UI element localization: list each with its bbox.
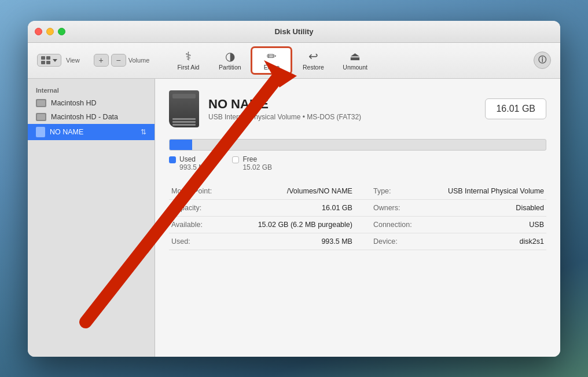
maximize-button[interactable] (58, 28, 65, 35)
first-aid-button[interactable]: ⚕ First Aid (168, 47, 208, 74)
free-legend-value: 15.02 GB (242, 163, 272, 171)
toolbar-right: ⓘ (534, 52, 551, 69)
mount-point-label: Mount Point: (169, 183, 238, 200)
table-row: Used: 993.5 MB Device: disk2s1 (169, 233, 546, 250)
partition-icon: ◑ (225, 50, 235, 62)
type-label: Type: (366, 183, 430, 200)
device-size-badge: 16.01 GB (485, 98, 546, 119)
device-subtitle: USB Internal Physical Volume • MS-DOS (F… (208, 113, 476, 121)
device-info: NO NAME USB Internal Physical Volume • M… (208, 97, 476, 121)
usage-legend: Used 993.5 MB Free 15.02 GB (169, 155, 546, 171)
usb-drive-icon (36, 127, 45, 137)
owners-label: Owners: (366, 199, 430, 216)
disk-icon (36, 99, 46, 107)
restore-label: Restore (303, 64, 324, 71)
erase-icon: ✏ (267, 50, 277, 62)
connection-value: USB (430, 216, 546, 233)
erase-button[interactable]: ✏ Erase (251, 47, 292, 74)
connection-label: Connection: (366, 216, 430, 233)
usage-bar-fill (170, 140, 192, 150)
traffic-lights (35, 28, 65, 35)
sidebar-item-label: Macintosh HD - Data (51, 113, 118, 121)
used-detail-value: 993.5 MB (238, 233, 366, 250)
usage-bar-track (169, 139, 546, 151)
used-legend-value: 993.5 MB (179, 163, 209, 171)
device-value: disk2s1 (430, 233, 546, 250)
view-control[interactable] (37, 54, 61, 67)
sidebar-item-label: NO NAME (50, 128, 83, 136)
first-aid-label: First Aid (177, 64, 199, 71)
device-name: NO NAME (208, 97, 476, 112)
free-legend-label: Free (242, 155, 272, 163)
sidebar-section-internal: Internal (28, 85, 155, 96)
partition-button[interactable]: ◑ Partition (210, 47, 250, 74)
type-value: USB Internal Physical Volume (430, 183, 546, 200)
table-row: Mount Point: /Volumes/NO NAME Type: USB … (169, 183, 546, 200)
chevron-down-icon (53, 59, 57, 62)
toolbar: View + − Volume ⚕ First Aid ◑ Partition … (28, 43, 560, 79)
usage-bar-container (169, 139, 546, 151)
table-row: Available: 15.02 GB (6.2 MB purgeable) C… (169, 216, 546, 233)
first-aid-icon: ⚕ (185, 50, 192, 62)
used-legend-item: Used 993.5 MB (169, 155, 209, 171)
free-legend-item: Free 15.02 GB (232, 155, 272, 171)
close-button[interactable] (35, 28, 42, 35)
used-detail-label: Used: (169, 233, 238, 250)
unmount-label: Unmount (343, 64, 368, 71)
unmount-button[interactable]: ⏏ Unmount (335, 47, 376, 74)
disk-utility-window: Disk Utility View + − V (28, 21, 560, 357)
volume-label: Volume (128, 57, 150, 64)
used-legend-label: Used (179, 155, 209, 163)
main-content: Internal Macintosh HD Macintosh HD - Dat… (28, 79, 560, 357)
info-icon: ⓘ (538, 55, 546, 65)
toolbar-left: View (37, 54, 80, 67)
sort-icon: ⇅ (141, 128, 146, 136)
disk-icon (36, 113, 46, 121)
restore-icon: ↩ (308, 50, 318, 62)
view-grid-icon (41, 56, 50, 64)
toolbar-actions: ⚕ First Aid ◑ Partition ✏ Erase ↩ Restor… (168, 47, 534, 74)
available-value: 15.02 GB (6.2 MB purgeable) (238, 216, 366, 233)
device-label: Device: (366, 233, 430, 250)
used-dot (169, 156, 176, 163)
minimize-button[interactable] (46, 28, 54, 35)
sidebar-item-label: Macintosh HD (51, 99, 97, 107)
partition-label: Partition (219, 64, 241, 71)
info-button[interactable]: ⓘ (534, 52, 551, 69)
remove-volume-button[interactable]: − (111, 54, 126, 67)
available-label: Available: (169, 216, 238, 233)
add-volume-button[interactable]: + (94, 54, 109, 67)
sidebar-item-macintosh-hd[interactable]: Macintosh HD (28, 96, 155, 110)
table-row: Capacity: 16.01 GB Owners: Disabled (169, 199, 546, 216)
owners-value: Disabled (430, 199, 546, 216)
capacity-label: Capacity: (169, 199, 238, 216)
erase-label: Erase (264, 64, 280, 71)
capacity-value: 16.01 GB (238, 199, 366, 216)
toolbar-volume-controls: + − Volume (94, 54, 150, 67)
sidebar-item-macintosh-hd-data[interactable]: Macintosh HD - Data (28, 110, 155, 124)
view-label: View (66, 57, 80, 64)
sidebar-item-no-name[interactable]: NO NAME ⇅ (28, 124, 155, 140)
info-table: Mount Point: /Volumes/NO NAME Type: USB … (169, 183, 546, 250)
device-header: NO NAME USB Internal Physical Volume • M… (169, 90, 546, 127)
unmount-icon: ⏏ (350, 50, 361, 62)
window-title: Disk Utility (274, 27, 313, 36)
restore-button[interactable]: ↩ Restore (293, 47, 333, 74)
mount-point-value: /Volumes/NO NAME (238, 183, 366, 200)
free-dot (232, 156, 239, 163)
titlebar: Disk Utility (28, 21, 560, 43)
detail-pane: NO NAME USB Internal Physical Volume • M… (155, 79, 560, 357)
sd-card-icon (169, 90, 199, 127)
sidebar: Internal Macintosh HD Macintosh HD - Dat… (28, 79, 155, 357)
